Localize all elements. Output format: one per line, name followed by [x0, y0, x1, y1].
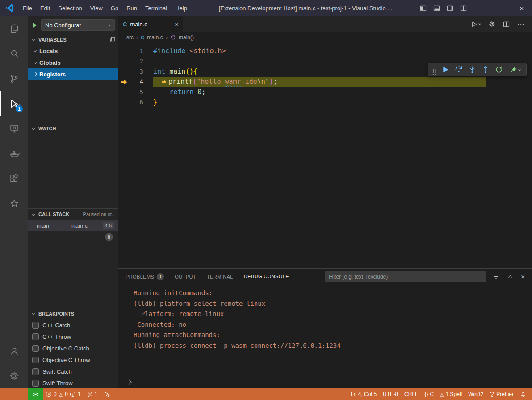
tab-terminal[interactable]: TERMINAL	[207, 269, 233, 284]
checkbox[interactable]	[32, 357, 39, 363]
step-over-button[interactable]	[452, 64, 465, 75]
activity-settings[interactable]	[0, 363, 28, 388]
activity-remote-explorer[interactable]	[0, 116, 28, 141]
debug-config-dropdown[interactable]: No Configurat	[41, 19, 115, 31]
close-tab-icon[interactable]: ×	[175, 21, 179, 28]
problems-count-badge: 1	[157, 273, 164, 280]
menu-help[interactable]: Help	[171, 3, 191, 13]
thread-row[interactable]: 0	[28, 231, 118, 243]
step-out-button[interactable]	[479, 64, 492, 75]
variables-item-globals[interactable]: Globals	[28, 57, 118, 68]
maximize-button[interactable]	[491, 0, 511, 16]
settings-gear-icon[interactable]	[488, 21, 495, 28]
breadcrumb-file[interactable]: main.c	[147, 34, 163, 41]
variables-item-label: Locals	[39, 48, 58, 54]
tools-status[interactable]: 1	[84, 388, 101, 400]
encoding-indicator[interactable]: UTF-8	[380, 391, 401, 397]
drag-handle-icon[interactable]	[433, 69, 434, 71]
breakpoint-cpp-throw[interactable]: C++ Throw	[28, 331, 118, 342]
activity-docker[interactable]	[0, 141, 28, 166]
debug-status[interactable]	[101, 388, 113, 400]
checkbox[interactable]	[32, 345, 39, 352]
remote-indicator[interactable]: ><	[28, 388, 43, 400]
activity-run-debug[interactable]: 1	[0, 91, 28, 116]
breakpoint-gutter[interactable]	[118, 97, 132, 108]
activity-favorites[interactable]	[0, 191, 28, 216]
filter-icon[interactable]	[493, 273, 499, 280]
language-mode[interactable]: {}C	[421, 391, 437, 397]
breakpoint-gutter[interactable]	[118, 56, 132, 67]
variables-item-registers[interactable]: Registers	[28, 68, 118, 80]
variables-header[interactable]: VARIABLES	[28, 34, 118, 45]
breakpoint-gutter[interactable]	[118, 87, 132, 97]
maximize-panel-icon[interactable]	[508, 275, 512, 279]
start-debugging-icon[interactable]	[31, 22, 38, 29]
platform-indicator[interactable]: Win32	[465, 391, 486, 397]
breakpoint-swift-catch[interactable]: Swift Catch	[28, 366, 118, 377]
watch-header[interactable]: WATCH	[28, 123, 118, 134]
checkbox[interactable]	[32, 380, 39, 387]
console-input-row[interactable]	[125, 380, 532, 388]
menu-view[interactable]: View	[86, 3, 107, 13]
tab-problems[interactable]: PROBLEMS1	[126, 269, 164, 284]
checkbox[interactable]	[32, 368, 39, 375]
spell-checker-status[interactable]: △1 Spell	[437, 391, 465, 397]
close-button[interactable]: ×	[511, 0, 532, 16]
tab-output[interactable]: OUTPUT	[175, 269, 196, 284]
notifications-button[interactable]	[517, 391, 529, 397]
cursor-position[interactable]: Ln 4, Col 5	[348, 391, 380, 397]
breadcrumb-folder[interactable]: src	[126, 34, 134, 41]
breakpoint-cpp-catch[interactable]: C++ Catch	[28, 319, 118, 331]
collapse-all-icon[interactable]	[109, 37, 116, 43]
tab-debug-console[interactable]: DEBUG CONSOLE	[244, 269, 289, 284]
menu-edit[interactable]: Edit	[36, 3, 54, 13]
continue-button[interactable]	[439, 64, 452, 75]
variables-pane: VARIABLES Locals Globals Registers	[28, 34, 118, 123]
toggle-sidebar-icon[interactable]	[420, 5, 427, 12]
minimize-button[interactable]	[470, 0, 491, 16]
menu-go[interactable]: Go	[107, 3, 122, 13]
split-editor-icon[interactable]	[503, 21, 510, 28]
step-into-button[interactable]	[465, 64, 479, 75]
toggle-secondary-sidebar-icon[interactable]	[447, 5, 453, 12]
debug-config-label: No Configurat	[45, 22, 81, 29]
breakpoint-gutter[interactable]	[118, 46, 132, 56]
close-panel-icon[interactable]: ×	[521, 273, 525, 280]
breakpoint-label: Swift Throw	[42, 380, 73, 387]
breakpoints-header[interactable]: BREAKPOINTS	[28, 308, 118, 319]
tab-main-c[interactable]: C main.c ×	[118, 16, 183, 32]
breadcrumb-symbol[interactable]: main()	[179, 34, 194, 41]
activity-explorer[interactable]	[0, 16, 28, 41]
debug-sidebar: No Configurat VARIABLES Locals Globals R…	[28, 16, 118, 388]
disconnect-button[interactable]	[506, 64, 524, 75]
breakpoint-objc-throw[interactable]: Objective C Throw	[28, 354, 118, 366]
breakpoint-swift-throw[interactable]: Swift Throw	[28, 377, 118, 388]
eol-indicator[interactable]: CRLF	[401, 391, 421, 397]
activity-accounts[interactable]	[0, 338, 28, 363]
run-file-button[interactable]	[471, 21, 481, 28]
code-editor[interactable]: 1 #include <stdio.h> 2 3 int main(){	[118, 42, 532, 268]
breakpoint-gutter[interactable]	[118, 67, 132, 77]
checkbox[interactable]	[32, 322, 39, 329]
problems-status[interactable]: ×0 △0 i1	[43, 388, 84, 400]
status-bar: >< ×0 △0 i1 1 Ln 4, Col 5 UTF-8 CRLF {}C…	[0, 388, 532, 400]
menu-terminal[interactable]: Terminal	[141, 3, 171, 13]
menu-file[interactable]: File	[19, 3, 36, 13]
menu-selection[interactable]: Selection	[54, 3, 86, 13]
more-actions-icon[interactable]: ⋯	[517, 20, 525, 29]
console-filter-input[interactable]	[325, 271, 486, 282]
stack-frame-row[interactable]: main main.c 4:5	[28, 220, 118, 231]
menu-run[interactable]: Run	[122, 3, 141, 13]
customize-layout-icon[interactable]	[460, 5, 467, 12]
restart-button[interactable]	[492, 64, 506, 75]
formatter-status[interactable]: Prettier	[486, 391, 517, 397]
activity-search[interactable]	[0, 41, 28, 66]
checkbox[interactable]	[32, 333, 39, 340]
toggle-panel-icon[interactable]	[433, 5, 440, 12]
variables-item-locals[interactable]: Locals	[28, 45, 118, 57]
breakpoint-objc-catch[interactable]: Objective C Catch	[28, 342, 118, 354]
braces-icon: {}	[424, 391, 428, 397]
activity-extensions[interactable]	[0, 166, 28, 191]
call-stack-header[interactable]: CALL STACK Paused on st...	[28, 209, 118, 220]
activity-source-control[interactable]	[0, 66, 28, 91]
